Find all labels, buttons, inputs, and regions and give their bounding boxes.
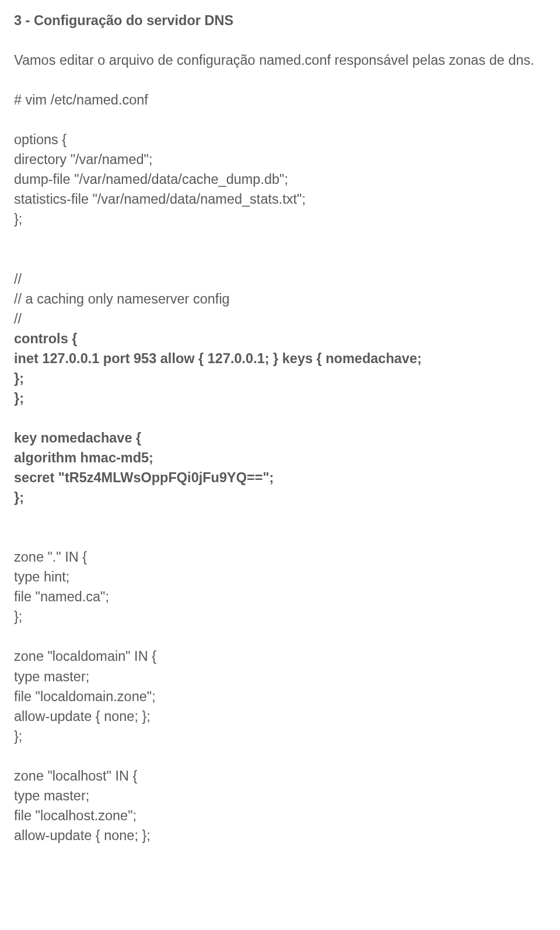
zone3-line-3: file "localhost.zone";: [14, 806, 546, 825]
zone1-line-1: zone "." IN {: [14, 547, 546, 567]
controls-line-4: };: [14, 388, 546, 408]
zone1-line-2: type hint;: [14, 567, 546, 587]
vim-command: # vim /etc/named.conf: [14, 90, 546, 110]
zone1-line-4: };: [14, 607, 546, 626]
controls-line-1: controls {: [14, 329, 546, 349]
key-line-1: key nomedachave {: [14, 428, 546, 448]
zone2-line-2: type master;: [14, 667, 546, 687]
key-line-3: secret "tR5z4MLWsOppFQi0jFu9YQ==";: [14, 468, 546, 487]
zone3-line-2: type master;: [14, 786, 546, 806]
zone2-line-3: file "localdomain.zone";: [14, 687, 546, 706]
section-heading: 3 - Configuração do servidor DNS: [14, 11, 546, 30]
zone2-line-1: zone "localdomain" IN {: [14, 646, 546, 666]
comment-line-1: //: [14, 269, 546, 289]
intro-paragraph: Vamos editar o arquivo de configuração n…: [14, 50, 546, 70]
options-line-4: statistics-file "/var/named/data/named_s…: [14, 189, 546, 209]
comment-line-3: //: [14, 309, 546, 329]
key-line-4: };: [14, 487, 546, 507]
zone2-line-5: };: [14, 726, 546, 746]
options-line-1: options {: [14, 130, 546, 149]
comment-line-2: // a caching only nameserver config: [14, 289, 546, 309]
options-line-2: directory "/var/named";: [14, 149, 546, 169]
zone3-line-1: zone "localhost" IN {: [14, 766, 546, 786]
options-line-3: dump-file "/var/named/data/cache_dump.db…: [14, 169, 546, 189]
key-line-2: algorithm hmac-md5;: [14, 448, 546, 468]
controls-line-2: inet 127.0.0.1 port 953 allow { 127.0.0.…: [14, 349, 546, 368]
options-line-5: };: [14, 209, 546, 229]
zone3-line-4: allow-update { none; };: [14, 825, 546, 845]
controls-line-3: };: [14, 368, 546, 388]
zone2-line-4: allow-update { none; };: [14, 706, 546, 726]
zone1-line-3: file "named.ca";: [14, 587, 546, 607]
